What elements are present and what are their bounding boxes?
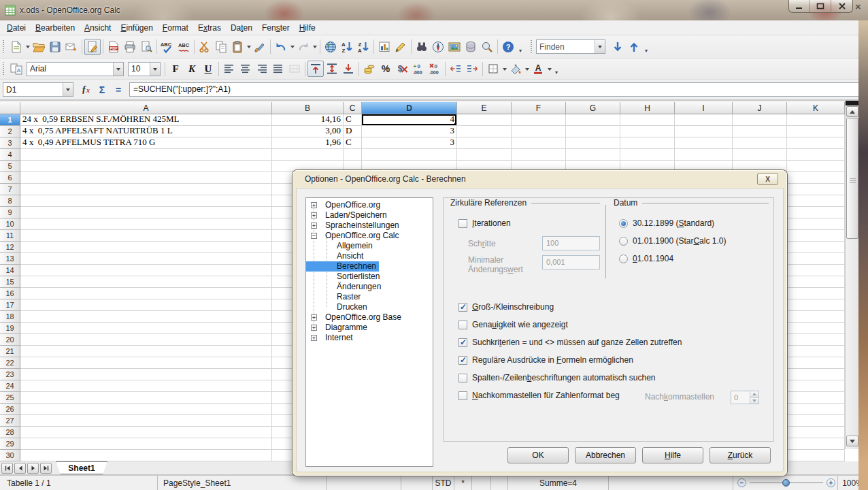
sort-descending-icon[interactable]: ZA (355, 39, 371, 55)
cell-k10[interactable] (787, 218, 845, 230)
align-center-icon[interactable] (237, 61, 254, 77)
send-email-icon[interactable] (63, 39, 80, 55)
font-name-combo[interactable]: Arial (27, 62, 124, 76)
cell-k19[interactable] (787, 323, 845, 334)
cell-c4[interactable] (344, 149, 362, 161)
function-icon[interactable]: = (110, 82, 127, 97)
sort-ascending-icon[interactable]: AZ (339, 39, 355, 55)
cell-k4[interactable] (787, 149, 845, 161)
radio-button[interactable] (619, 219, 628, 228)
cell-i3[interactable] (675, 137, 733, 149)
cell-j4[interactable] (733, 149, 787, 161)
cell-k2[interactable] (787, 126, 845, 137)
row-header-27[interactable]: 27 (0, 415, 20, 427)
tree-item-sortierlisten[interactable]: Sortierlisten (306, 272, 433, 282)
row-header-3[interactable]: 3 (0, 137, 20, 149)
help-icon[interactable]: ? (500, 39, 516, 55)
print-icon[interactable] (122, 39, 138, 55)
cell-h4[interactable] (620, 149, 675, 161)
radio-button[interactable] (619, 237, 628, 246)
cell-b2[interactable]: 3,00 (272, 126, 344, 137)
insert-chart-icon[interactable] (376, 39, 393, 55)
data-sources-icon[interactable] (463, 39, 479, 55)
cell-i4[interactable] (675, 149, 733, 161)
row-header-9[interactable]: 9 (0, 207, 20, 218)
cell-k20[interactable] (787, 334, 845, 346)
cell-k24[interactable] (787, 380, 845, 392)
cell-g2[interactable] (566, 126, 620, 137)
checkbox[interactable] (458, 391, 467, 400)
center-vertical-icon[interactable] (324, 61, 340, 77)
borders-dropdown-icon[interactable] (501, 61, 507, 77)
cell-f4[interactable] (512, 149, 566, 161)
cell-a23[interactable] (20, 369, 272, 380)
cell-j1[interactable] (733, 114, 787, 126)
cell-a20[interactable] (20, 334, 272, 346)
new-document-icon[interactable] (8, 39, 24, 55)
cell-a18[interactable] (20, 311, 272, 323)
cell-e2[interactable] (457, 126, 512, 137)
cell-f2[interactable] (512, 126, 566, 137)
tree-item-spracheinstellungen[interactable]: Spracheinstellungen+ (306, 220, 433, 231)
cell-a13[interactable] (20, 253, 272, 265)
column-header-a[interactable]: A (20, 102, 272, 114)
zoom-icon[interactable] (479, 39, 495, 55)
iterations-checkbox-box[interactable] (458, 219, 467, 228)
cell-i2[interactable] (675, 126, 733, 137)
cell-i1[interactable] (675, 114, 733, 126)
cell-a19[interactable] (20, 323, 272, 334)
row-header-4[interactable]: 4 (0, 149, 20, 161)
checkbox[interactable] (458, 374, 467, 382)
toolbar-overflow-icon[interactable]: ▾ (516, 39, 524, 55)
menu-bearbeiten[interactable]: Bearbeiten (31, 20, 80, 35)
cell-k14[interactable] (787, 265, 845, 276)
menu-einfuegen[interactable]: Einfügen (116, 20, 157, 35)
close-document-icon[interactable]: ✕ (855, 3, 861, 12)
undo-dropdown-icon[interactable] (289, 39, 295, 55)
borders-icon[interactable] (485, 61, 501, 77)
cell-a4[interactable] (20, 149, 272, 161)
checkbox[interactable] (458, 303, 467, 312)
copy-icon[interactable] (213, 39, 229, 55)
spellcheck-icon[interactable]: ABC (159, 39, 176, 55)
expand-icon[interactable]: + (311, 223, 317, 229)
toolbar-overflow-icon[interactable]: ▾ (552, 61, 561, 77)
toolbar-grip[interactable] (2, 62, 5, 76)
selection-mode-indicator[interactable]: STD (433, 476, 454, 490)
combo-dropdown-button[interactable] (113, 63, 123, 76)
expand-icon[interactable]: + (311, 314, 317, 321)
cell-d3[interactable]: 3 (362, 137, 457, 149)
decrease-indent-icon[interactable] (448, 61, 464, 77)
name-box[interactable]: D1 (3, 82, 73, 97)
font-color-icon[interactable]: A (530, 61, 546, 77)
paste-dropdown-icon[interactable] (246, 39, 252, 55)
tree-item-openoffice-org[interactable]: OpenOffice.org+ (306, 200, 433, 210)
column-header-h[interactable]: H (620, 102, 675, 114)
cell-k1[interactable] (787, 114, 845, 126)
menu-datei[interactable]: Datei (2, 20, 31, 35)
paste-icon[interactable] (229, 39, 246, 55)
name-box-dropdown-button[interactable] (63, 83, 73, 96)
font-color-dropdown-icon[interactable] (546, 61, 552, 77)
cell-k26[interactable] (787, 404, 845, 415)
date-option-0[interactable]: 30.12.1899 (Standard) (619, 218, 714, 228)
row-header-21[interactable]: 21 (0, 346, 20, 357)
align-left-icon[interactable] (221, 61, 237, 77)
expand-icon[interactable]: + (311, 202, 317, 208)
cell-a24[interactable] (20, 380, 272, 392)
cell-a8[interactable] (20, 195, 272, 207)
tree-item-openoffice-org-calc[interactable]: OpenOffice.org Calc− (306, 231, 433, 241)
row-header-13[interactable]: 13 (0, 253, 20, 265)
row-header-1[interactable]: 1 (0, 114, 20, 126)
row-header-20[interactable]: 20 (0, 334, 20, 346)
cell-k16[interactable] (787, 288, 845, 299)
row-header-22[interactable]: 22 (0, 357, 20, 369)
font-size-combo[interactable]: 10 (128, 62, 161, 76)
italic-icon[interactable]: K (184, 61, 200, 77)
cell-a22[interactable] (20, 357, 272, 369)
underline-icon[interactable]: U (200, 61, 216, 77)
cell-e1[interactable] (457, 114, 512, 126)
expand-icon[interactable]: + (311, 325, 317, 331)
cell-a1[interactable]: 24 x 0,59 ERBSEN S.F./MÖHREN 425ML (20, 114, 272, 126)
row-header-7[interactable]: 7 (0, 184, 20, 195)
